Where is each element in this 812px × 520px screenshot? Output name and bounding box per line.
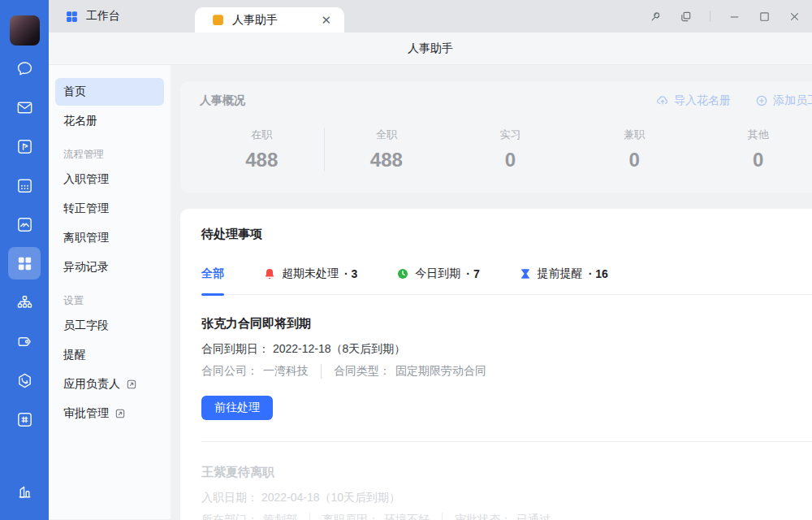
tab-bar: 工作台 人事助手 ✕ <box>49 0 812 32</box>
tab-due-today[interactable]: 今日到期 · 7 <box>396 266 479 281</box>
nav-item-approval-management[interactable]: 审批管理 <box>55 400 164 427</box>
nav-item-reminders[interactable]: 提醒 <box>55 341 164 369</box>
go-handle-button[interactable]: 前往处理 <box>201 396 273 420</box>
stat-label: 实习 <box>448 128 572 142</box>
field-label: 合同公司： <box>201 364 258 379</box>
tab-label: 人事助手 <box>232 13 278 28</box>
nav-label: 异动记录 <box>63 260 109 275</box>
pending-item-contract-expiry: 张克力合同即将到期 合同到期日： 2022-12-18（8天后到期） 合同公司：… <box>201 295 812 420</box>
tab-workbench[interactable]: 工作台 <box>49 0 195 32</box>
workbench-tab-icon <box>65 10 79 24</box>
stat-label: 在职 <box>200 128 324 142</box>
controls-divider <box>710 11 710 22</box>
close-icon[interactable] <box>788 11 801 23</box>
tab-advance-reminder-label: 提前提醒 <box>538 266 583 281</box>
stat-value: 0 <box>572 149 697 171</box>
mail-icon[interactable] <box>8 91 41 124</box>
app-header: 人事助手 <box>49 32 812 65</box>
nav-item-offboarding[interactable]: 离职管理 <box>55 224 164 252</box>
stat-label: 全职 <box>325 128 449 142</box>
tab-overdue[interactable]: 超期未处理 · 3 <box>263 266 357 281</box>
tag-icon[interactable] <box>8 325 41 358</box>
import-roster-button[interactable]: 导入花名册 <box>656 93 731 108</box>
buildings-icon[interactable] <box>8 474 41 507</box>
item-meta: 合同公司： 一湾科技 合同类型： 固定期限劳动合同 <box>201 364 812 379</box>
stat-label: 兼职 <box>572 128 697 142</box>
cloud-upload-icon <box>656 94 669 107</box>
nav-item-roster[interactable]: 花名册 <box>55 107 164 135</box>
tab-advance-reminder[interactable]: 提前提醒 · 16 <box>519 266 608 281</box>
nav-item-regularization[interactable]: 转正管理 <box>55 195 164 223</box>
import-roster-label: 导入花名册 <box>674 93 731 108</box>
active-tab-underline <box>201 293 224 296</box>
field-value: 一湾科技 <box>263 364 309 379</box>
workbench-icon[interactable] <box>8 247 41 280</box>
maximize-icon[interactable] <box>758 11 771 23</box>
stat-fulltime: 全职 488 <box>325 128 449 171</box>
tab-overdue-label: 超期未处理 <box>282 266 339 281</box>
stat-active: 在职 488 <box>200 128 325 171</box>
stat-value: 488 <box>200 149 324 171</box>
window-controls <box>650 0 812 32</box>
avatar[interactable] <box>10 15 40 46</box>
tab-close-icon[interactable]: ✕ <box>319 12 333 28</box>
headcount-stats: 在职 488 全职 488 实习 0 兼职 0 <box>200 128 812 171</box>
add-employee-label: 添加员工 <box>773 93 812 108</box>
stat-other: 其他 0 <box>696 128 812 171</box>
gallery-icon[interactable] <box>8 208 41 240</box>
side-nav: 首页 花名册 流程管理 入职管理 转正管理 离职管理 异动记录 <box>49 65 171 519</box>
item-due-date: 入职日期： 2022-04-18（10天后到期） <box>201 491 812 505</box>
nav-label: 应用负责人 <box>63 377 120 392</box>
field-value: 固定期限劳动合同 <box>395 364 486 379</box>
nav-item-app-owner[interactable]: 应用负责人 <box>55 370 164 398</box>
calendar-icon[interactable] <box>8 169 41 202</box>
overview-title: 人事概况 <box>200 93 245 108</box>
minimize-icon[interactable] <box>728 11 741 23</box>
field-value: 策划部 <box>263 513 297 520</box>
nav-label: 首页 <box>63 84 86 99</box>
pending-items-title: 待处理事项 <box>201 227 812 242</box>
pending-item-resignation: 王紫夏待离职 入职日期： 2022-04-18（10天后到期） 所在部门： 策划… <box>201 442 812 520</box>
item-due-date: 合同到期日： 2022-12-18（8天后到期） <box>201 342 812 357</box>
pending-items-tabs: 全部 超期未处理 · 3 <box>201 266 812 295</box>
pending-items-card: 待处理事项 全部 超期未处理 · 3 <box>180 209 812 520</box>
tab-all-label: 全部 <box>201 266 224 281</box>
stat-value: 0 <box>448 149 572 171</box>
package-icon[interactable] <box>8 364 41 396</box>
field-label: 所在部门： <box>201 513 258 520</box>
clock-icon <box>396 267 409 280</box>
nav-label: 提醒 <box>63 348 86 362</box>
org-icon[interactable] <box>8 286 41 318</box>
nav-item-employee-fields[interactable]: 员工字段 <box>55 312 164 340</box>
hash-icon[interactable] <box>8 403 41 436</box>
tab-hr-assistant[interactable]: 人事助手 ✕ <box>195 7 344 32</box>
nav-section-label: 流程管理 <box>63 148 104 162</box>
tab-due-today-count: · 7 <box>466 267 479 280</box>
nav-label: 员工字段 <box>63 318 109 333</box>
field-label: 审批状态： <box>455 513 512 520</box>
hr-overview-card: 人事概况 导入花名册 <box>180 81 812 193</box>
stat-parttime: 兼职 0 <box>572 128 697 171</box>
content-area: 人事概况 导入花名册 <box>171 65 812 519</box>
nav-label: 审批管理 <box>63 406 109 421</box>
stat-label: 其他 <box>696 128 812 142</box>
field-value: 环境不好 <box>384 513 430 520</box>
docs-icon[interactable] <box>8 130 41 162</box>
nav-label: 花名册 <box>63 114 97 128</box>
nav-item-home[interactable]: 首页 <box>55 78 164 106</box>
tab-due-today-label: 今日到期 <box>415 266 460 281</box>
tab-all[interactable]: 全部 <box>201 266 224 281</box>
tab-advance-reminder-count: · 16 <box>589 267 608 280</box>
popout-icon[interactable] <box>680 11 692 23</box>
page-title: 人事助手 <box>408 41 453 56</box>
external-link-icon <box>114 408 126 419</box>
chat-icon[interactable] <box>8 52 41 84</box>
nav-label: 离职管理 <box>63 231 109 245</box>
nav-item-transfer-records[interactable]: 异动记录 <box>55 254 164 281</box>
pin-icon[interactable] <box>650 11 662 23</box>
nav-label: 入职管理 <box>63 172 109 187</box>
nav-item-onboarding[interactable]: 入职管理 <box>55 166 164 193</box>
main-area: 工作台 人事助手 ✕ <box>49 0 812 520</box>
hr-app-tab-icon <box>211 13 225 27</box>
add-employee-button[interactable]: 添加员工 <box>755 93 812 108</box>
